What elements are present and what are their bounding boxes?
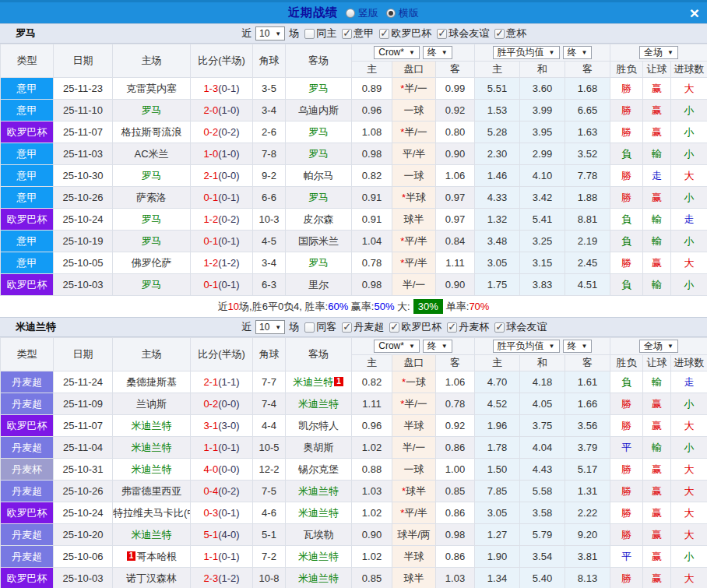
match-count-select[interactable]: 10▼ (255, 26, 285, 40)
goals-result-cell: 小 (671, 121, 707, 143)
result-cell: 勝 (610, 459, 643, 481)
avg-away-cell: 3.56 (565, 415, 610, 437)
away-odds-cell: 0.90 (436, 143, 475, 165)
chevron-down-icon: ▼ (667, 343, 674, 350)
col-date: 日期 (54, 338, 113, 371)
match-row: 丹麦超25-10-20米迪兰特5-1(4-0)5-1瓦埃勒0.90球半/两0.9… (1, 524, 707, 546)
radio-horizontal-layout[interactable] (386, 9, 396, 18)
corner-cell: 7-8 (253, 143, 286, 165)
away-team-cell: 帕尔马 (286, 165, 352, 187)
match-row: 意甲25-10-30罗马2-1(0-0)9-2帕尔马0.82一球1.061.46… (1, 165, 707, 187)
league-type-cell: 欧罗巴杯 (1, 502, 54, 524)
home-odds-cell: 1.11 (352, 393, 392, 415)
score-cell: 2-0(1-0) (191, 100, 253, 121)
avg-odds-dropdown[interactable]: 胜平负均值▼ (493, 46, 560, 59)
avg-draw-cell: 3.75 (520, 415, 565, 437)
col-score: 比分(半场) (191, 44, 253, 78)
away-team-cell: 皮尔森 (286, 209, 352, 231)
score-cell: 2-1(1-1) (191, 371, 253, 393)
avg-odds-dropdown[interactable]: 胜平负均值▼ (493, 340, 560, 353)
league-checkbox-serie-a[interactable] (342, 29, 352, 39)
league-checkbox-friendly[interactable] (437, 29, 447, 39)
score-cell: 3-1(3-0) (191, 415, 253, 437)
close-icon[interactable]: × (690, 4, 699, 23)
score-cell: 0-1(0-1) (191, 231, 253, 252)
match-row: 意甲25-11-10罗马2-0(1-0)3-4乌迪内斯0.96一球0.921.5… (1, 100, 707, 121)
avg-draw-cell: 4.04 (520, 437, 565, 459)
match-row: 意甲25-10-19罗马0-1(0-1)4-5国际米兰1.04*平/半0.843… (1, 231, 707, 252)
league-type-cell: 欧罗巴杯 (1, 415, 54, 437)
match-row: 意甲25-10-26萨索洛0-1(0-1)6-6罗马0.91*半球0.974.3… (1, 187, 707, 209)
corner-cell: 4-6 (253, 502, 286, 524)
home-team-cell: 格拉斯哥流浪 (113, 121, 191, 143)
team-label: 罗马 (308, 126, 329, 138)
handicap-cell: 球半/两 (392, 524, 436, 546)
fulltime-dropdown[interactable]: 全场▼ (639, 46, 678, 59)
avg-away-cell: 2.19 (565, 231, 610, 252)
final-avg-dropdown[interactable]: 终▼ (563, 46, 593, 59)
summary-text: 30% (413, 299, 443, 314)
league-type-cell: 意甲 (1, 78, 54, 100)
avg-home-cell: 4.52 (475, 393, 520, 415)
date-cell: 25-11-07 (54, 121, 113, 143)
avg-draw-cell: 2.99 (520, 143, 565, 165)
chevron-down-icon: ▼ (409, 49, 415, 56)
final-odds-dropdown[interactable]: 终▼ (423, 340, 452, 353)
avg-draw-cell: 3.99 (520, 100, 565, 121)
fulltime-group-header: 全场▼ (610, 44, 707, 62)
radio-vertical-layout[interactable] (346, 9, 355, 18)
handicap-result-cell: 赢 (643, 121, 671, 143)
home-odds-cell: 1.03 (352, 481, 392, 502)
league-checkbox-europa[interactable] (379, 29, 389, 39)
avg-draw-cell: 3.95 (520, 121, 565, 143)
same-away-checkbox[interactable] (304, 322, 315, 333)
match-row: 欧罗巴杯25-11-07格拉斯哥流浪0-2(0-2)2-6罗马1.08*半/一0… (1, 121, 707, 143)
home-odds-cell: 0.89 (352, 78, 392, 100)
col-home: 主场 (113, 338, 191, 371)
handicap-cell: 半/一 (392, 274, 436, 296)
bookmaker-dropdown[interactable]: Crow*▼ (374, 340, 420, 353)
bookmaker-dropdown[interactable]: Crow*▼ (374, 46, 420, 59)
away-team-cell: 罗马 (286, 78, 352, 100)
score-cell: 0-2(0-0) (191, 393, 253, 415)
subcol-handicap-result: 让球 (643, 62, 671, 78)
match-count-value: 10 (259, 28, 269, 39)
avg-home-cell: 1.32 (475, 209, 520, 231)
handicap-result-cell: 赢 (643, 78, 671, 100)
radio-horizontal-label[interactable]: 横版 (399, 6, 419, 20)
away-team-cell: 里尔 (286, 274, 352, 296)
avg-away-cell: 2.22 (565, 502, 610, 524)
avg-draw-cell: 3.58 (520, 502, 565, 524)
summary-text: 10 (228, 301, 239, 312)
team-label: 瓦埃勒 (304, 529, 334, 540)
away-team-cell: 国际米兰 (286, 231, 352, 252)
avg-away-cell: 1.68 (565, 78, 610, 100)
goals-result-cell: 走 (671, 371, 707, 393)
summary-text: 单率: (446, 300, 470, 314)
match-row: 意甲25-11-03AC米兰1-0(1-0)7-8罗马0.98平/半0.902.… (1, 143, 707, 165)
match-count-select[interactable]: 10▼ (255, 320, 285, 334)
same-home-checkbox[interactable] (304, 29, 315, 39)
team-title: 罗马 (16, 26, 241, 40)
league-checkbox-europa[interactable] (389, 322, 399, 333)
league-checkbox-superliga[interactable] (342, 322, 352, 333)
team-label: 米迪兰特 (298, 485, 339, 497)
score-cell: 4-0(0-0) (191, 459, 253, 481)
chevron-down-icon: ▼ (582, 343, 588, 350)
away-odds-cell: 1.11 (436, 252, 475, 274)
league-checkbox-danish-cup[interactable] (447, 322, 457, 333)
match-row: 意甲25-10-05佛罗伦萨1-2(1-2)3-4罗马0.78*平/半1.113… (1, 252, 707, 274)
fulltime-dropdown[interactable]: 全场▼ (639, 340, 678, 353)
score-cell: 1-3(0-1) (191, 78, 253, 100)
league-type-cell: 丹麦超 (1, 524, 54, 546)
away-odds-cell: 0.84 (436, 231, 475, 252)
final-odds-dropdown[interactable]: 终▼ (423, 46, 452, 59)
league-checkbox-coppa[interactable] (494, 29, 505, 39)
radio-vertical-label[interactable]: 竖版 (358, 6, 378, 20)
score-cell: 0-2(0-2) (191, 121, 253, 143)
final-avg-dropdown[interactable]: 终▼ (563, 340, 593, 353)
same-away-label: 同客 (316, 320, 336, 334)
subcol-handicap-result: 让球 (643, 355, 671, 371)
league-checkbox-friendly[interactable] (494, 322, 505, 333)
summary-text: 场,胜6平0负4, 胜率: (239, 300, 328, 314)
